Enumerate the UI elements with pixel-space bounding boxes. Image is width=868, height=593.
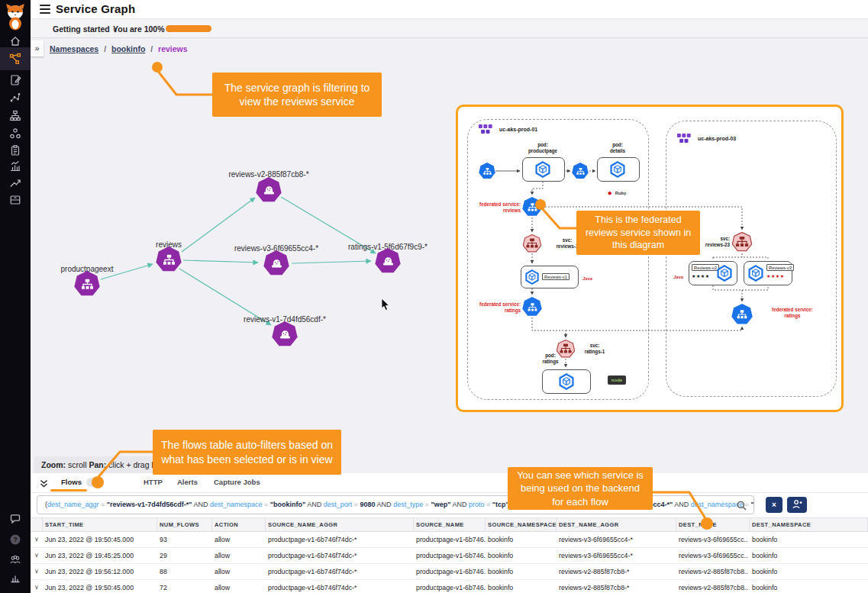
column-header[interactable]: SOURCE_NAME_AGGR	[266, 518, 414, 531]
tab-flows[interactable]: Flows20	[61, 478, 104, 487]
filter-token: "wep"	[431, 501, 450, 508]
search-icon[interactable]	[737, 500, 747, 510]
row-expand-chevron[interactable]: ∨	[31, 548, 43, 563]
tab-http[interactable]: HTTP	[144, 478, 163, 486]
table-cell: productpage-v1-6b746f74dc-*	[266, 548, 414, 563]
table-cell: 88	[157, 564, 212, 579]
breadcrumb-current: reviews	[158, 44, 188, 53]
compliance-icon[interactable]	[9, 144, 21, 156]
tab-alerts[interactable]: Alerts	[177, 478, 198, 486]
column-header[interactable]: DEST_NAME_AGGR	[557, 518, 676, 531]
app-header: Service Graph	[31, 0, 868, 18]
expand-panel-icon[interactable]: »	[31, 40, 44, 56]
service-graph-icon[interactable]	[9, 53, 21, 65]
row-expand-chevron[interactable]: ∨	[31, 580, 43, 593]
storage-icon[interactable]	[9, 194, 21, 206]
activity-icon[interactable]	[9, 160, 21, 172]
table-cell: reviews-v3-6f69655cc4-*	[557, 532, 676, 547]
column-header[interactable]: ACTION	[212, 518, 266, 531]
filter-token: "bookinfo"	[751, 501, 754, 508]
cluster-icon	[478, 124, 495, 135]
row-expand-chevron[interactable]: ∨	[31, 564, 43, 579]
table-cell: bookinfo	[750, 532, 868, 547]
container-cube-icon	[609, 161, 626, 178]
breadcrumb-bookinfo[interactable]: bookinfo	[111, 44, 145, 53]
stats-icon[interactable]	[9, 572, 21, 584]
row-expand-chevron[interactable]: ∨	[31, 532, 43, 547]
graph-node-ratings-v1[interactable]	[375, 248, 401, 274]
filter-token: =	[485, 501, 492, 508]
progress-bar	[166, 25, 211, 32]
column-header[interactable]: SOURCE_NAME	[414, 518, 486, 531]
home-icon[interactable]	[9, 35, 21, 47]
collapse-double-chevron-icon[interactable]	[39, 478, 49, 488]
filter-token: dest_type	[393, 501, 423, 508]
endpoints-icon[interactable]	[9, 110, 21, 122]
cluster-name: uc-aks-prod-03	[698, 136, 736, 143]
table-cell: reviews-v2-885f87cb8..	[676, 580, 750, 593]
graph-node-reviews-v3[interactable]	[263, 250, 289, 276]
column-header[interactable]: NUM_FLOWS	[157, 518, 212, 531]
table-cell: productpage-v1-6b746f74dc-*	[266, 532, 414, 547]
callout-federated-reviews: This is the federated reviews service sh…	[576, 211, 700, 255]
flows-count-badge: 20	[86, 478, 104, 487]
callout-flows-autofilter: The flows table auto-filters based on wh…	[153, 430, 341, 475]
graph-node-reviews-v1[interactable]	[272, 321, 298, 347]
active-tab-underline	[50, 489, 87, 491]
rating-stars-red: ★★★★	[766, 273, 785, 279]
filter-token: 9080	[360, 501, 376, 508]
getting-started-dropdown[interactable]: Getting started∨	[53, 24, 118, 34]
pod-details-label: pod: details	[595, 142, 641, 154]
table-cell: Jun 23, 2022 @ 19:45:25.000	[43, 548, 157, 563]
table-cell: bookinfo	[486, 548, 557, 563]
table-cell: reviews-v2-885f87cb8-*	[557, 580, 676, 593]
table-row[interactable]: ∨Jun 23, 2022 @ 19:45:25.00029allowprodu…	[31, 548, 868, 564]
page-title: Service Graph	[56, 2, 135, 15]
filter-token: dest_namespace	[210, 501, 263, 508]
trending-icon[interactable]	[9, 177, 21, 189]
cluster-name: uc-aks-prod-01	[499, 127, 537, 134]
filter-token: "reviews-v1-7d4fd56cdf-*"	[107, 501, 192, 508]
chat-icon[interactable]	[9, 513, 21, 525]
column-header[interactable]: SOURCE_NAMESPACE	[486, 518, 557, 531]
table-cell: allow	[212, 564, 266, 579]
column-header[interactable]: DEST_NAME	[676, 518, 750, 531]
calico-cat-logo[interactable]	[5, 3, 26, 31]
federated-architecture-diagram: uc-aks-prod-01 pod: productpage pod: det…	[456, 105, 844, 412]
table-row[interactable]: ∨Jun 23, 2022 @ 19:50:45.00093allowprodu…	[31, 532, 868, 548]
table-cell: Jun 23, 2022 @ 19:50:45.000	[43, 580, 157, 593]
svg-text:?: ?	[13, 536, 17, 543]
policies-icon[interactable]	[9, 74, 21, 86]
svc-reviews-23-icon	[732, 232, 752, 252]
filter-token: "tcp"	[492, 501, 509, 508]
table-cell: productpage-v1-6b746..	[414, 532, 486, 547]
flow-visualization-icon[interactable]	[9, 92, 21, 104]
clusters-icon[interactable]	[9, 127, 21, 140]
table-row[interactable]: ∨Jun 23, 2022 @ 19:50:45.00072allowprodu…	[31, 580, 868, 593]
help-icon[interactable]: ?	[9, 533, 21, 546]
table-cell: allow	[212, 532, 266, 547]
java-logo: Java	[673, 268, 683, 282]
flows-table-header: START_TIMENUM_FLOWSACTIONSOURCE_NAME_AGG…	[31, 517, 868, 532]
hamburger-icon[interactable]	[40, 5, 50, 14]
svc-reviews-1-icon	[523, 234, 541, 253]
column-header[interactable]: DEST_NAMESPACE	[750, 518, 868, 531]
users-icon[interactable]	[9, 553, 21, 566]
tab-capture-jobs[interactable]: Capture Jobs	[214, 478, 260, 486]
left-nav-sidebar: ?	[0, 0, 31, 593]
breadcrumb-namespaces[interactable]: Namespaces	[50, 44, 98, 53]
graph-node-reviews[interactable]	[156, 247, 182, 272]
column-header[interactable]: START_TIME	[43, 518, 157, 531]
table-row[interactable]: ∨Jun 23, 2022 @ 19:56:12.00088allowprodu…	[31, 564, 868, 580]
nodejs-logo: node	[608, 375, 626, 385]
table-cell: reviews-v3-6f69655cc4-*	[557, 548, 676, 563]
table-cell: bookinfo	[750, 548, 868, 563]
reviews-v3-tag: Reviews-v3	[766, 264, 794, 271]
bottom-panel-tabs: Flows20 HTTP Alerts Capture Jobs	[31, 473, 868, 493]
table-cell: allow	[212, 580, 266, 593]
graph-node-productpageext[interactable]	[74, 271, 100, 297]
graph-node-reviews-v2[interactable]	[256, 177, 282, 203]
filter-token: =	[262, 501, 269, 508]
clear-filter-button[interactable]: ×	[766, 497, 782, 513]
user-filter-button[interactable]	[787, 497, 807, 513]
